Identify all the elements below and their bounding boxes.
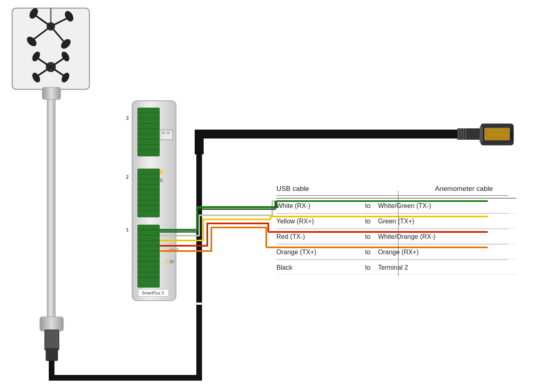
svg-rect-20 [47, 89, 55, 324]
to-text-3: to [358, 249, 378, 256]
svg-text:2: 2 [126, 174, 129, 180]
svg-rect-22 [40, 317, 63, 331]
svg-text:3: 3 [135, 271, 136, 274]
svg-text:1: 1 [135, 282, 136, 284]
svg-rect-0 [12, 8, 89, 89]
svg-rect-42 [137, 169, 160, 217]
svg-point-13 [60, 50, 71, 63]
usb-wire-black: Black [276, 264, 358, 271]
svg-text:⚡: ⚡ [156, 168, 165, 177]
svg-rect-84 [485, 128, 510, 140]
to-text-0: to [358, 202, 378, 210]
svg-point-8 [25, 35, 39, 48]
usb-wire-yellow: Yellow (RX+) [276, 218, 358, 225]
to-text-2: to [358, 233, 378, 240]
svg-point-6 [59, 37, 73, 51]
svg-text:5: 5 [135, 260, 136, 263]
svg-rect-78 [457, 128, 482, 140]
svg-text:USB: USB [154, 178, 163, 183]
svg-line-7 [35, 26, 51, 39]
svg-line-9 [37, 16, 51, 26]
svg-rect-24 [46, 349, 58, 361]
to-text-4: to [358, 264, 378, 271]
diagram-container: 3 ⚡ USB 2 1 [0, 0, 541, 392]
svg-rect-25 [132, 101, 176, 301]
svg-line-12 [51, 59, 63, 67]
svg-point-10 [28, 6, 40, 20]
svg-point-17 [31, 50, 42, 63]
svg-text:8: 8 [135, 245, 136, 247]
svg-rect-38 [167, 132, 170, 134]
svg-text:⚡OUT: ⚡OUT [164, 247, 179, 253]
usb-wire-orange: Orange (TX+) [276, 249, 358, 256]
usb-wire-white: White (RX-) [276, 202, 358, 210]
wire-connections-table: USB cable Anemometer cable White (RX-) t… [276, 185, 508, 275]
svg-text:SmartFlux 3: SmartFlux 3 [142, 291, 164, 295]
svg-point-4 [63, 9, 75, 23]
svg-text:1: 1 [126, 227, 129, 233]
svg-point-2 [47, 22, 55, 30]
svg-rect-52 [137, 225, 160, 288]
svg-line-14 [51, 67, 63, 75]
anem-wire-orange: Orange (RX+) [378, 249, 467, 256]
table-headers: USB cable Anemometer cable [276, 185, 508, 196]
anem-cable-header: Anemometer cable [435, 185, 508, 193]
svg-text:2: 2 [135, 276, 136, 279]
svg-text:4: 4 [135, 266, 136, 269]
anem-wire-white-orange: White/Orange (RX-) [378, 233, 467, 240]
svg-line-5 [51, 26, 63, 41]
svg-rect-83 [481, 124, 513, 145]
svg-text:6: 6 [135, 255, 136, 258]
svg-line-16 [39, 59, 51, 67]
svg-line-18 [39, 67, 51, 75]
svg-text:⚡IN: ⚡IN [164, 259, 174, 264]
svg-text:9: 9 [135, 239, 136, 242]
svg-rect-23 [45, 330, 59, 350]
anem-wire-green: Green (TX+) [378, 218, 467, 225]
svg-text:11: 11 [134, 229, 137, 232]
svg-text:10: 10 [134, 234, 137, 237]
svg-rect-36 [160, 130, 173, 140]
anem-wire-terminal2: Terminal 2 [378, 264, 467, 271]
svg-text:7: 7 [135, 250, 136, 253]
table-row: Orange (TX+) to Orange (RX+) [276, 245, 508, 260]
usb-cable-header: USB cable [276, 185, 350, 193]
table-row: White (RX-) to White/Green (TX-) [276, 198, 508, 214]
table-row: Black to Terminal 2 [276, 260, 508, 275]
anem-wire-white-green: White/Green (TX-) [378, 202, 467, 210]
svg-rect-37 [162, 132, 165, 134]
svg-line-3 [51, 18, 67, 26]
svg-text:L: L [508, 127, 510, 131]
svg-point-11 [46, 62, 56, 72]
svg-rect-87 [480, 127, 483, 142]
svg-rect-21 [42, 87, 61, 100]
table-row: Yellow (RX+) to Green (TX+) [276, 214, 508, 229]
svg-text:F: F [508, 133, 511, 137]
to-text-1: to [358, 218, 378, 225]
svg-text:3: 3 [126, 115, 129, 121]
table-row: Red (TX-) to White/Orange (RX-) [276, 229, 508, 245]
svg-point-19 [31, 71, 42, 84]
svg-rect-76 [138, 289, 169, 297]
usb-wire-red: Red (TX-) [276, 233, 358, 240]
svg-point-15 [60, 71, 71, 84]
svg-rect-27 [137, 108, 160, 156]
